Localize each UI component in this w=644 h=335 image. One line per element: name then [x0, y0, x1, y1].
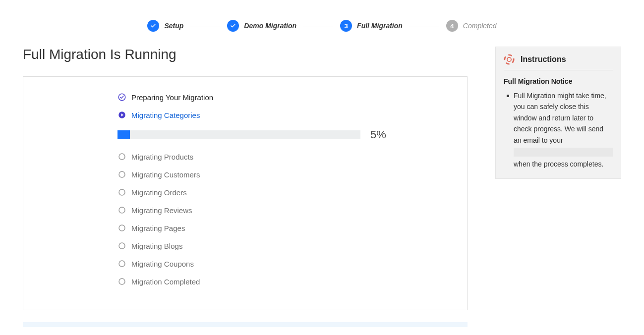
svg-point-2 [119, 154, 125, 160]
task-label: Migrating Orders [131, 188, 187, 197]
svg-point-10 [505, 55, 514, 64]
task-row: Migrating Reviews [117, 206, 437, 215]
task-row: Migration Completed [117, 277, 437, 286]
play-circle-icon [117, 111, 126, 119]
step-full-migration: 3Full Migration [340, 20, 403, 32]
task-row: Migrating Pages [117, 223, 437, 232]
svg-point-6 [119, 225, 125, 231]
info-banner [23, 322, 468, 327]
notice-text-1: Full Migration might take time, you can … [514, 92, 606, 144]
circle-icon [117, 152, 126, 161]
circle-icon [117, 170, 126, 179]
step-connector [303, 26, 333, 26]
lifebuoy-icon [504, 54, 515, 65]
step-number-icon: 3 [340, 20, 352, 32]
check-icon [227, 20, 239, 32]
svg-point-9 [119, 279, 125, 284]
step-label: Completed [463, 22, 497, 30]
svg-point-11 [507, 57, 511, 61]
svg-point-4 [119, 189, 125, 195]
svg-point-3 [119, 171, 125, 177]
task-row: Preparing Your Migration [117, 93, 437, 102]
circle-icon [117, 188, 126, 197]
circle-icon [117, 223, 126, 232]
task-row: Migrating Categories [117, 111, 437, 119]
task-row: Migrating Orders [117, 188, 437, 197]
svg-point-8 [119, 261, 125, 267]
step-label: Demo Migration [244, 22, 296, 30]
progress-wrap: 5% [117, 128, 437, 141]
task-label: Preparing Your Migration [131, 93, 213, 102]
step-number-icon: 4 [446, 20, 458, 32]
task-label: Migrating Coupons [131, 260, 194, 268]
instructions-notice: Full Migration might take time, you can … [507, 90, 613, 169]
task-label: Migrating Categories [131, 111, 200, 119]
step-setup: Setup [147, 20, 183, 32]
task-row: Migrating Blogs [117, 241, 437, 250]
task-label: Migrating Customers [131, 170, 200, 179]
step-label: Setup [164, 22, 183, 30]
notice-text-2: when the process completes. [514, 160, 603, 168]
circle-icon [117, 206, 126, 215]
task-label: Migrating Products [131, 153, 193, 161]
task-label: Migrating Blogs [131, 242, 182, 250]
task-label: Migration Completed [131, 278, 200, 286]
task-row: Migrating Coupons [117, 259, 437, 268]
instructions-panel: Instructions Full Migration Notice Full … [495, 47, 621, 179]
step-connector [190, 26, 220, 26]
circle-icon [117, 241, 126, 250]
progress-stepper: SetupDemo Migration3Full Migration4Compl… [23, 20, 621, 47]
step-label: Full Migration [357, 22, 403, 30]
migration-progress-panel: Preparing Your MigrationMigrating Catego… [23, 76, 468, 310]
task-label: Migrating Reviews [131, 206, 192, 215]
step-demo-migration: Demo Migration [227, 20, 296, 32]
check-icon [147, 20, 159, 32]
check-circle-icon [117, 93, 126, 102]
progress-bar [117, 130, 360, 139]
svg-point-7 [119, 243, 125, 249]
circle-icon [117, 277, 126, 286]
circle-icon [117, 259, 126, 268]
task-row: Migrating Products [117, 152, 437, 161]
task-row: Migrating Customers [117, 170, 437, 179]
step-completed: 4Completed [446, 20, 497, 32]
email-placeholder [514, 148, 613, 157]
instructions-subtitle: Full Migration Notice [504, 77, 613, 85]
page-title: Full Migration Is Running [23, 47, 468, 62]
svg-point-5 [119, 207, 125, 213]
step-connector [410, 26, 439, 26]
task-label: Migrating Pages [131, 224, 185, 232]
instructions-title: Instructions [521, 55, 566, 64]
progress-percent: 5% [370, 128, 386, 141]
progress-fill [117, 130, 130, 139]
